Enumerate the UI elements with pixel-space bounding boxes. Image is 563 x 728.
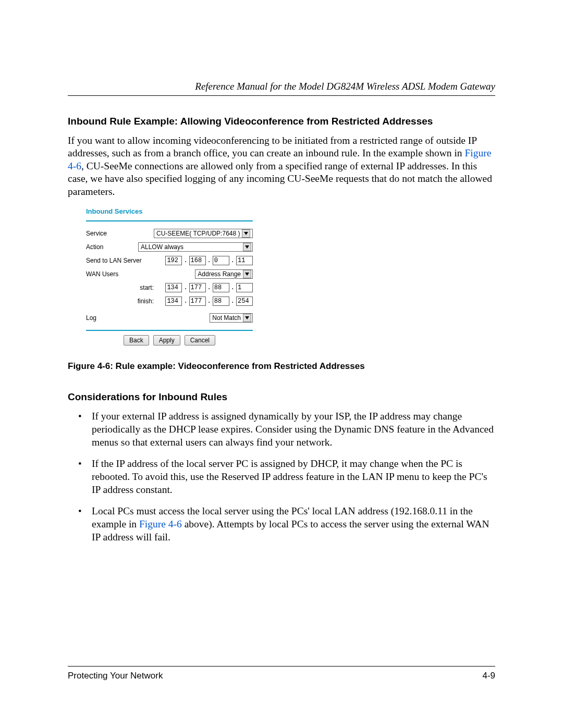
figure-caption: Figure 4-6: Rule example: Videoconferenc… [68,361,495,372]
log-select-value: Not Match [212,314,241,322]
svg-marker-1 [245,245,249,249]
wan-users-select-value: Address Range [198,270,241,278]
label-log: Log [86,314,154,322]
finish-ip-octet-1[interactable]: 134 [165,297,182,306]
section-heading-inbound-example: Inbound Rule Example: Allowing Videoconf… [68,116,495,127]
chevron-down-icon [243,243,251,251]
intro-text-2: , CU-SeeMe connections are allowed only … [68,161,492,197]
svg-marker-0 [244,232,248,235]
back-button[interactable]: Back [124,335,149,346]
action-select-value: ALLOW always [141,243,241,251]
chevron-down-icon [243,270,251,278]
wan-users-select[interactable]: Address Range [195,269,253,279]
figure-panel-title: Inbound Services [86,207,253,215]
lan-ip-octet-2[interactable]: 168 [189,256,206,265]
log-select[interactable]: Not Match [210,313,253,323]
section-heading-considerations: Considerations for Inbound Rules [68,391,495,403]
service-select[interactable]: CU-SEEME( TCP/UDP:7648 ) [154,229,253,238]
action-select[interactable]: ALLOW always [138,242,253,252]
start-ip-octet-2[interactable]: 177 [189,283,206,292]
start-ip-octet-4[interactable]: 1 [236,283,253,292]
list-item: If the IP address of the local server PC… [92,458,495,497]
service-select-value: CU-SEEME( TCP/UDP:7648 ) [156,230,240,237]
intro-text-1: If you want to allow incoming videoconfe… [68,135,476,158]
page-footer: Protecting Your Network 4-9 [68,666,495,681]
chevron-down-icon [243,314,251,322]
finish-ip-octet-3[interactable]: 88 [213,297,229,306]
label-send-to-lan: Send to LAN Server [86,257,154,264]
footer-page-number: 4-9 [482,671,495,681]
figure-link[interactable]: Figure 4-6 [139,519,182,529]
lan-ip-octet-4[interactable]: 11 [236,256,253,265]
start-ip-octet-1[interactable]: 134 [165,283,182,292]
svg-marker-3 [245,316,249,319]
label-service: Service [86,230,154,237]
lan-ip-octet-3[interactable]: 0 [213,256,229,265]
list-item: If your external IP address is assigned … [92,410,495,449]
label-finish: finish: [86,298,156,305]
label-wan-users: WAN Users [86,270,154,278]
footer-section-title: Protecting Your Network [68,671,163,681]
cancel-button[interactable]: Cancel [185,335,215,346]
running-header: Reference Manual for the Model DG824M Wi… [68,81,495,96]
apply-button[interactable]: Apply [153,335,180,346]
list-item: Local PCs must access the local server u… [92,505,495,544]
figure-4-6: Inbound Services Service CU-SEEME( TCP/U… [68,207,495,346]
label-start: start: [86,284,156,291]
finish-ip-octet-4[interactable]: 254 [236,297,253,306]
intro-paragraph: If you want to allow incoming videoconfe… [68,134,495,198]
start-ip-octet-3[interactable]: 88 [213,283,229,292]
svg-marker-2 [245,273,249,276]
considerations-list: If your external IP address is assigned … [68,410,495,544]
finish-ip-octet-2[interactable]: 177 [189,297,206,306]
chevron-down-icon [242,229,250,238]
lan-ip-octet-1[interactable]: 192 [165,256,182,265]
